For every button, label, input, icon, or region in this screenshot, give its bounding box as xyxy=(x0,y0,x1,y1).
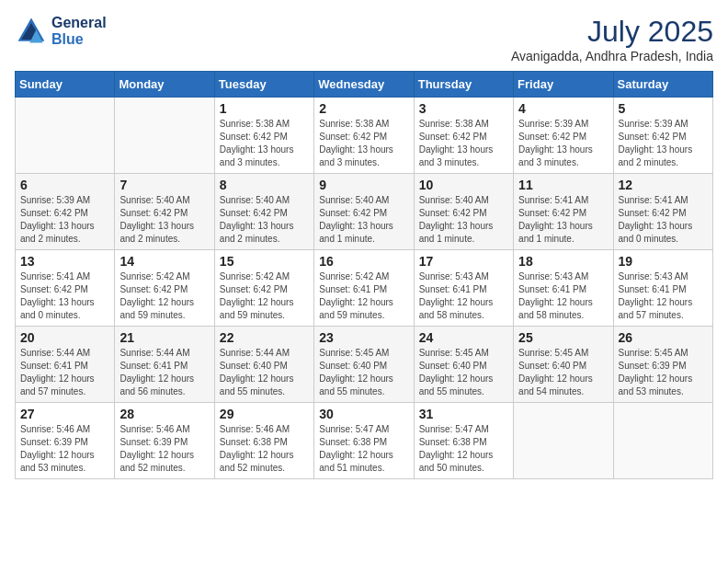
calendar-cell: 1Sunrise: 5:38 AM Sunset: 6:42 PM Daylig… xyxy=(214,98,313,174)
calendar-cell: 26Sunrise: 5:45 AM Sunset: 6:39 PM Dayli… xyxy=(613,327,712,403)
day-info: Sunrise: 5:41 AM Sunset: 6:42 PM Dayligh… xyxy=(518,194,608,246)
calendar-cell: 21Sunrise: 5:44 AM Sunset: 6:41 PM Dayli… xyxy=(115,327,214,403)
day-number: 26 xyxy=(619,330,708,345)
day-number: 2 xyxy=(319,101,408,116)
calendar-cell: 4Sunrise: 5:39 AM Sunset: 6:42 PM Daylig… xyxy=(514,98,613,174)
title-block: July 2025 Avanigadda, Andhra Pradesh, In… xyxy=(511,15,713,63)
day-info: Sunrise: 5:38 AM Sunset: 6:42 PM Dayligh… xyxy=(319,118,408,169)
logo-icon xyxy=(15,15,48,48)
day-info: Sunrise: 5:39 AM Sunset: 6:42 PM Dayligh… xyxy=(20,194,109,246)
day-info: Sunrise: 5:45 AM Sunset: 6:40 PM Dayligh… xyxy=(518,347,608,398)
day-info: Sunrise: 5:42 AM Sunset: 6:41 PM Dayligh… xyxy=(319,270,408,322)
day-info: Sunrise: 5:46 AM Sunset: 6:39 PM Dayligh… xyxy=(20,423,109,475)
calendar-cell: 25Sunrise: 5:45 AM Sunset: 6:40 PM Dayli… xyxy=(514,327,613,403)
calendar-cell: 29Sunrise: 5:46 AM Sunset: 6:38 PM Dayli… xyxy=(214,403,313,479)
day-info: Sunrise: 5:43 AM Sunset: 6:41 PM Dayligh… xyxy=(518,270,608,322)
day-info: Sunrise: 5:43 AM Sunset: 6:41 PM Dayligh… xyxy=(619,270,708,322)
week-row-3: 13Sunrise: 5:41 AM Sunset: 6:42 PM Dayli… xyxy=(16,250,713,327)
day-info: Sunrise: 5:45 AM Sunset: 6:40 PM Dayligh… xyxy=(319,347,408,398)
day-number: 28 xyxy=(119,407,209,421)
day-number: 13 xyxy=(20,254,109,269)
month-year: July 2025 xyxy=(511,15,713,49)
day-number: 20 xyxy=(20,330,109,345)
calendar-cell: 22Sunrise: 5:44 AM Sunset: 6:40 PM Dayli… xyxy=(214,327,313,403)
weekday-header-friday: Friday xyxy=(514,72,613,98)
day-number: 4 xyxy=(518,101,608,116)
day-number: 6 xyxy=(20,178,109,192)
day-info: Sunrise: 5:46 AM Sunset: 6:38 PM Dayligh… xyxy=(220,423,309,475)
logo: General Blue xyxy=(15,15,107,48)
day-info: Sunrise: 5:44 AM Sunset: 6:41 PM Dayligh… xyxy=(119,347,209,398)
calendar-cell: 6Sunrise: 5:39 AM Sunset: 6:42 PM Daylig… xyxy=(16,174,115,250)
day-number: 17 xyxy=(419,254,508,269)
day-number: 5 xyxy=(619,101,708,116)
day-info: Sunrise: 5:45 AM Sunset: 6:39 PM Dayligh… xyxy=(619,347,708,398)
day-number: 1 xyxy=(220,101,309,116)
calendar-table: SundayMondayTuesdayWednesdayThursdayFrid… xyxy=(15,71,713,479)
weekday-header-tuesday: Tuesday xyxy=(214,72,313,98)
calendar-cell: 23Sunrise: 5:45 AM Sunset: 6:40 PM Dayli… xyxy=(314,327,414,403)
weekday-header-monday: Monday xyxy=(115,72,214,98)
day-info: Sunrise: 5:47 AM Sunset: 6:38 PM Dayligh… xyxy=(419,423,508,475)
day-info: Sunrise: 5:42 AM Sunset: 6:42 PM Dayligh… xyxy=(220,270,309,322)
week-row-4: 20Sunrise: 5:44 AM Sunset: 6:41 PM Dayli… xyxy=(16,327,713,403)
location: Avanigadda, Andhra Pradesh, India xyxy=(511,49,713,63)
day-number: 18 xyxy=(518,254,608,269)
day-number: 21 xyxy=(119,330,209,345)
day-info: Sunrise: 5:41 AM Sunset: 6:42 PM Dayligh… xyxy=(619,194,708,246)
logo-blue: Blue xyxy=(51,31,107,48)
day-number: 15 xyxy=(220,254,309,269)
day-number: 22 xyxy=(220,330,309,345)
calendar-cell: 13Sunrise: 5:41 AM Sunset: 6:42 PM Dayli… xyxy=(16,250,115,327)
day-number: 16 xyxy=(319,254,408,269)
day-number: 10 xyxy=(419,178,508,192)
weekday-header-row: SundayMondayTuesdayWednesdayThursdayFrid… xyxy=(16,72,713,98)
day-info: Sunrise: 5:42 AM Sunset: 6:42 PM Dayligh… xyxy=(119,270,209,322)
day-number: 12 xyxy=(619,178,708,192)
day-info: Sunrise: 5:44 AM Sunset: 6:40 PM Dayligh… xyxy=(220,347,309,398)
page-header: General Blue July 2025 Avanigadda, Andhr… xyxy=(15,15,713,63)
calendar-cell: 15Sunrise: 5:42 AM Sunset: 6:42 PM Dayli… xyxy=(214,250,313,327)
weekday-header-thursday: Thursday xyxy=(414,72,513,98)
calendar-cell: 17Sunrise: 5:43 AM Sunset: 6:41 PM Dayli… xyxy=(414,250,513,327)
calendar-cell: 16Sunrise: 5:42 AM Sunset: 6:41 PM Dayli… xyxy=(314,250,414,327)
calendar-cell: 30Sunrise: 5:47 AM Sunset: 6:38 PM Dayli… xyxy=(314,403,414,479)
calendar-cell xyxy=(514,403,613,479)
calendar-cell: 28Sunrise: 5:46 AM Sunset: 6:39 PM Dayli… xyxy=(115,403,214,479)
calendar-cell: 3Sunrise: 5:38 AM Sunset: 6:42 PM Daylig… xyxy=(414,98,513,174)
calendar-cell: 14Sunrise: 5:42 AM Sunset: 6:42 PM Dayli… xyxy=(115,250,214,327)
day-info: Sunrise: 5:40 AM Sunset: 6:42 PM Dayligh… xyxy=(220,194,309,246)
week-row-2: 6Sunrise: 5:39 AM Sunset: 6:42 PM Daylig… xyxy=(16,174,713,250)
weekday-header-saturday: Saturday xyxy=(613,72,712,98)
calendar-cell: 12Sunrise: 5:41 AM Sunset: 6:42 PM Dayli… xyxy=(613,174,712,250)
day-info: Sunrise: 5:46 AM Sunset: 6:39 PM Dayligh… xyxy=(119,423,209,475)
calendar-cell xyxy=(115,98,214,174)
calendar-cell: 5Sunrise: 5:39 AM Sunset: 6:42 PM Daylig… xyxy=(613,98,712,174)
day-info: Sunrise: 5:40 AM Sunset: 6:42 PM Dayligh… xyxy=(319,194,408,246)
weekday-header-wednesday: Wednesday xyxy=(314,72,414,98)
day-number: 8 xyxy=(220,178,309,192)
day-number: 27 xyxy=(20,407,109,421)
day-info: Sunrise: 5:44 AM Sunset: 6:41 PM Dayligh… xyxy=(20,347,109,398)
calendar-cell: 11Sunrise: 5:41 AM Sunset: 6:42 PM Dayli… xyxy=(514,174,613,250)
day-info: Sunrise: 5:40 AM Sunset: 6:42 PM Dayligh… xyxy=(419,194,508,246)
calendar-cell xyxy=(613,403,712,479)
day-info: Sunrise: 5:39 AM Sunset: 6:42 PM Dayligh… xyxy=(518,118,608,169)
calendar-cell xyxy=(16,98,115,174)
day-number: 25 xyxy=(518,330,608,345)
day-number: 24 xyxy=(419,330,508,345)
day-number: 19 xyxy=(619,254,708,269)
day-info: Sunrise: 5:38 AM Sunset: 6:42 PM Dayligh… xyxy=(419,118,508,169)
day-number: 23 xyxy=(319,330,408,345)
day-number: 9 xyxy=(319,178,408,192)
day-number: 11 xyxy=(518,178,608,192)
day-info: Sunrise: 5:38 AM Sunset: 6:42 PM Dayligh… xyxy=(220,118,309,169)
calendar-cell: 20Sunrise: 5:44 AM Sunset: 6:41 PM Dayli… xyxy=(16,327,115,403)
day-info: Sunrise: 5:40 AM Sunset: 6:42 PM Dayligh… xyxy=(119,194,209,246)
day-number: 30 xyxy=(319,407,408,421)
day-info: Sunrise: 5:43 AM Sunset: 6:41 PM Dayligh… xyxy=(419,270,508,322)
day-info: Sunrise: 5:41 AM Sunset: 6:42 PM Dayligh… xyxy=(20,270,109,322)
day-number: 14 xyxy=(119,254,209,269)
calendar-cell: 18Sunrise: 5:43 AM Sunset: 6:41 PM Dayli… xyxy=(514,250,613,327)
calendar-cell: 7Sunrise: 5:40 AM Sunset: 6:42 PM Daylig… xyxy=(115,174,214,250)
